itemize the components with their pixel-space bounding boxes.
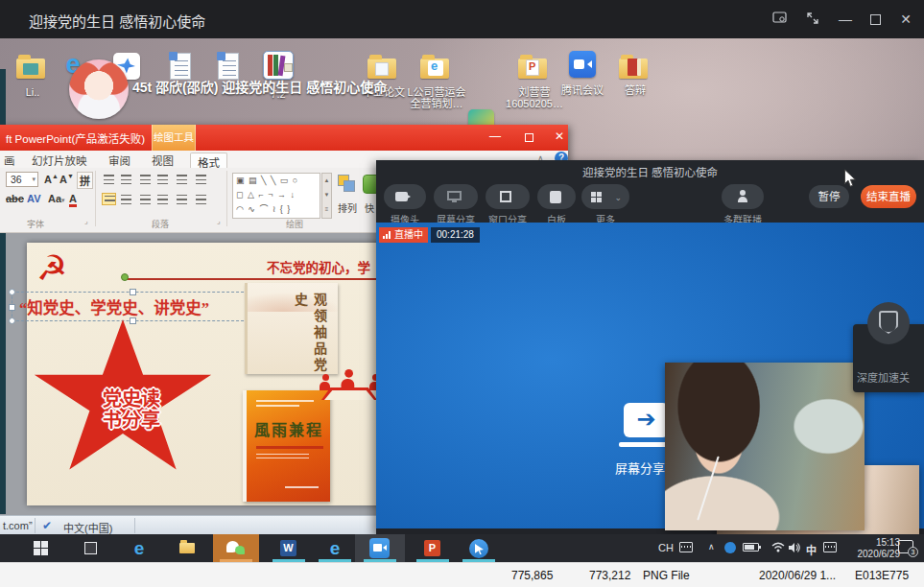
shapes-gallery[interactable]: ▣ ▤ ╲ ╲ ▭ ○ ◻ △ ⌐ ¬ → ↓ ◠ ∿ ⌒ ≀ { }: [232, 173, 320, 219]
task-view-icon: [84, 542, 97, 554]
ppt-language-status[interactable]: 中文(中国): [63, 520, 112, 535]
shapes-row[interactable]: ◻ △ ⌐ ¬ → ↓: [236, 188, 320, 202]
signal-bars-icon: [383, 231, 391, 239]
taskbar: e W e P CH ∧ 中 15:1: [0, 534, 924, 562]
ppt-tab-review[interactable]: 审阅: [108, 153, 130, 168]
ime-keyboard-icon[interactable]: [823, 542, 837, 554]
strikethrough-button[interactable]: abc: [6, 193, 24, 204]
camera-button[interactable]: [384, 184, 426, 209]
increase-indent-button[interactable]: [155, 173, 170, 185]
ppt-close-button[interactable]: ✕: [552, 129, 567, 143]
desktop-icon-meeting[interactable]: [566, 49, 599, 78]
paragraph-dialog-launcher[interactable]: ⌟: [217, 217, 221, 225]
bullets-button[interactable]: [102, 173, 116, 185]
tray-app-icon[interactable]: [724, 542, 736, 553]
text-direction-button[interactable]: [194, 173, 208, 185]
ime-language-indicator[interactable]: 中: [806, 542, 817, 557]
desktop-icon-company[interactable]: e: [418, 53, 451, 79]
acceleration-panel[interactable]: 深度加速关: [853, 324, 924, 392]
folder-icon: [16, 59, 45, 79]
panel-settings-icon[interactable]: [770, 12, 788, 27]
rotation-handle[interactable]: [121, 273, 129, 281]
wifi-icon[interactable]: [771, 542, 785, 554]
window-share-icon: [500, 191, 511, 202]
decrease-indent-button[interactable]: [138, 173, 153, 185]
taskbar-wechat[interactable]: [213, 534, 259, 562]
fullscreen-icon[interactable]: [804, 12, 821, 28]
screen-share-button[interactable]: [434, 184, 478, 209]
ppt-tab-slideshow[interactable]: 幻灯片放映: [32, 153, 87, 168]
close-button[interactable]: ✕: [897, 12, 914, 27]
taskbar-explorer[interactable]: [173, 534, 201, 562]
end-live-button[interactable]: 结束直播: [861, 185, 916, 208]
shapes-gallery-scrollbar[interactable]: ▲▼≡: [321, 173, 332, 219]
start-button[interactable]: [27, 534, 56, 562]
shrink-font-button[interactable]: A▼: [59, 173, 74, 185]
desktop-icon-defense[interactable]: [617, 53, 650, 79]
taskbar-powerpoint[interactable]: P: [416, 534, 449, 562]
touch-keyboard-icon[interactable]: [679, 542, 693, 554]
live-timer: 00:21:28: [431, 227, 480, 243]
desktop-icon-label: L公司营运会全营销划…: [404, 86, 469, 109]
arrange-icon: [338, 175, 359, 194]
justify-button[interactable]: [155, 193, 170, 205]
task-view-button[interactable]: [77, 534, 106, 562]
align-left-button[interactable]: [102, 193, 116, 205]
ppt-maximize-button[interactable]: [521, 129, 536, 145]
desktop-icon-doc2[interactable]: [212, 51, 245, 80]
desktop-icon-books[interactable]: [262, 49, 295, 80]
phonetic-guide-button[interactable]: 拼: [77, 172, 93, 189]
font-size-combobox[interactable]: 36▾: [6, 172, 38, 187]
shapes-row[interactable]: ▣ ▤ ╲ ╲ ▭ ○: [236, 174, 320, 188]
taskbar-classroom-app[interactable]: [462, 534, 495, 562]
character-spacing-button[interactable]: AV: [27, 193, 40, 204]
whiteboard-button[interactable]: [537, 184, 576, 209]
align-right-button[interactable]: [138, 193, 153, 205]
volume-icon[interactable]: [788, 542, 801, 555]
slide-quote-text[interactable]: “知党史、学党史、讲党史”: [19, 295, 249, 318]
shapes-row[interactable]: ◠ ∿ ⌒ ≀ { }: [236, 202, 320, 217]
taskbar-edge[interactable]: e: [125, 534, 154, 562]
window-share-button[interactable]: [486, 184, 530, 209]
align-center-button[interactable]: [119, 193, 133, 205]
battery-icon[interactable]: [743, 542, 759, 553]
file-size-disk: 773,212: [589, 569, 630, 582]
desktop-icon-doc1[interactable]: [164, 51, 197, 80]
mouse-cursor: [843, 169, 857, 192]
ppt-tab-animation-partial[interactable]: 画: [4, 153, 15, 168]
book-cover-2[interactable]: 風雨兼程: [243, 390, 330, 502]
taskbar-word[interactable]: W: [272, 534, 305, 562]
ppt-tab-view[interactable]: 视图: [152, 153, 174, 168]
more-button[interactable]: ⌄: [581, 184, 629, 209]
action-center-icon[interactable]: 3: [898, 540, 913, 553]
grow-font-button[interactable]: A▲: [44, 173, 59, 185]
ime-indicator[interactable]: CH: [658, 542, 674, 553]
paragraph-group-label: 段落: [152, 218, 169, 230]
line-spacing-button[interactable]: [175, 173, 189, 185]
maximize-button[interactable]: [866, 12, 884, 28]
arrange-button[interactable]: 排列: [338, 200, 357, 215]
screen-share-icon: [447, 191, 462, 200]
font-dialog-launcher[interactable]: ⌟: [84, 217, 88, 225]
ppt-context-tab-drawing-tools[interactable]: 绘图工具: [152, 125, 196, 151]
numbering-button[interactable]: [119, 173, 133, 185]
clock[interactable]: 15:13 2020/6/29: [844, 537, 900, 560]
shared-screen-area: 直播中 00:21:28 ➔ 屏幕分享中 深度加速关: [376, 223, 924, 528]
distribute-button[interactable]: [175, 193, 189, 205]
change-case-button[interactable]: Aa▾: [48, 193, 65, 204]
multi-group-broadcast-button[interactable]: [722, 184, 764, 209]
ppt-minimize-button[interactable]: —: [487, 129, 503, 143]
columns-button[interactable]: [194, 193, 208, 205]
font-color-button[interactable]: A: [69, 193, 77, 207]
document-icon: [170, 53, 191, 80]
taskbar-ie[interactable]: e: [319, 534, 351, 562]
hidden-icons-chevron[interactable]: ∧: [708, 542, 715, 552]
desktop-icon-liu[interactable]: P: [516, 53, 549, 79]
desktop-icon-thesis[interactable]: [366, 53, 398, 79]
minimize-button[interactable]: —: [837, 12, 854, 27]
quick-styles-button[interactable]: 快: [365, 200, 374, 215]
taskbar-broadcast-app-active[interactable]: [355, 534, 405, 562]
spellcheck-icon[interactable]: ✔: [42, 519, 52, 532]
desktop-icon-folder-li[interactable]: [14, 53, 47, 79]
webcam-video-primary: [665, 363, 865, 530]
